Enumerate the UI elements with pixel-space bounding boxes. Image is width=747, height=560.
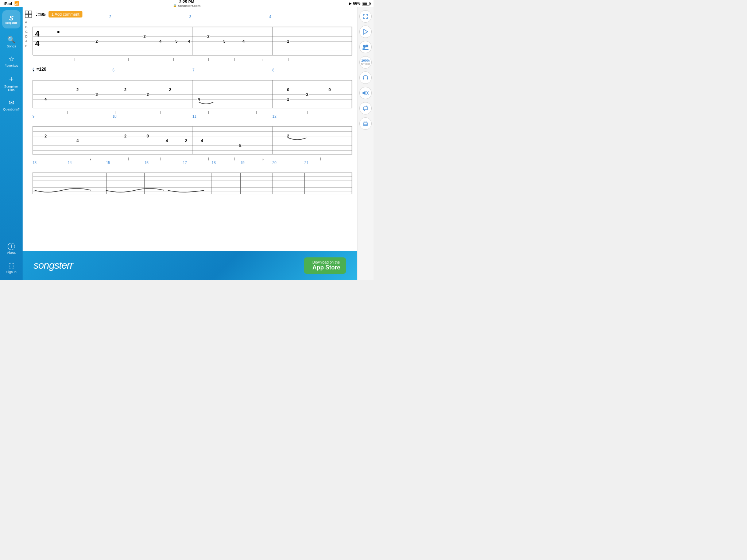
svg-point-7 (363, 45, 366, 48)
svg-point-20 (367, 124, 367, 124)
app-store-label-large: App Store (313, 264, 340, 271)
measure-14: 14 (67, 161, 71, 165)
svg-rect-3 (29, 11, 32, 14)
sidebar-item-songs[interactable]: 🔍 Songs (0, 33, 23, 51)
measure-17: 17 (183, 161, 187, 165)
note-s1-5: 5 (175, 39, 178, 44)
split-view-icon[interactable] (24, 10, 32, 18)
mute-button[interactable] (359, 87, 372, 99)
audio-button[interactable] (359, 71, 372, 84)
note-s2-10: 2 (287, 97, 290, 102)
note-s1-9: 4 (242, 39, 245, 44)
loop-button[interactable] (359, 102, 372, 114)
sidebar-label-questions: Questions? (3, 108, 20, 112)
svg-marker-6 (364, 29, 368, 34)
note-s2-8: 0 (287, 88, 290, 92)
note-s3-7: 4 (201, 139, 204, 143)
note-s1-3: 2 (143, 34, 146, 39)
info-icon: i (8, 243, 15, 250)
note-s2-2: 2 (76, 88, 79, 92)
note-s3-6: 2 (185, 139, 187, 143)
svg-rect-11 (367, 78, 368, 79)
note-s1-2: 2 (95, 39, 98, 44)
sidebar-label-plus: SongsterrPlus (4, 85, 18, 92)
note-s1-1: ■ (57, 30, 60, 34)
ad-banner[interactable]: songsterr Download on the App Store (23, 251, 357, 280)
battery-indicator (362, 2, 370, 5)
sidebar-item-about[interactable]: i About (0, 240, 23, 258)
tie-curve-1 (199, 100, 247, 106)
status-bar: iPad 📶 2:25 PM 🔒 songsterr.com ▶ 66% (0, 0, 374, 7)
tab-grid-3: 2 4 2 0 4 2 4 5 2 (32, 126, 352, 155)
app-logo[interactable]: S songsterr (2, 10, 20, 28)
note-s3-4: 0 (146, 134, 149, 139)
sidebar-label-favorites: Favorites (4, 64, 18, 68)
note-s2-6: 2 (169, 88, 171, 92)
note-s3-2: 4 (76, 139, 79, 143)
svg-marker-12 (363, 91, 365, 95)
note-s3-8: 5 (239, 143, 242, 148)
fullscreen-button[interactable] (359, 10, 372, 23)
beat-row-1: . (32, 56, 352, 61)
measure-5: 5 (32, 68, 35, 72)
sidebar-item-favorites[interactable]: ☆ Favorites (0, 52, 23, 71)
tab-grid-4 (32, 172, 352, 194)
tab-grid-2: 4 2 3 2 2 2 4 0 2 2 0 (32, 80, 352, 108)
measure-num-2: 2 (109, 15, 111, 19)
beat-row-2 (32, 109, 352, 114)
loop-icon (363, 105, 368, 111)
note-s2-1: 4 (44, 97, 47, 102)
tab-section-2: ♩ =126 5 6 7 8 (23, 66, 357, 114)
print-button[interactable] (359, 117, 372, 130)
sidebar-label-signin: Sign In (6, 271, 16, 274)
speed-control[interactable]: 100% SPEED (359, 56, 372, 69)
location-icon: ▶ (349, 1, 352, 5)
right-panel: 100% SPEED (357, 7, 374, 280)
play-button[interactable] (359, 26, 372, 38)
app-store-button[interactable]: Download on the App Store (304, 257, 346, 274)
tab-section-3: 9 10 11 12 (23, 120, 357, 160)
add-comment-button[interactable]: 1 Add comment (49, 11, 82, 18)
sidebar-item-plus[interactable]: + SongsterrPlus (0, 71, 23, 95)
svg-point-8 (366, 45, 368, 47)
speed-button[interactable]: 100% SPEED (359, 56, 372, 69)
note-s2-11: 0 (328, 88, 331, 92)
note-s1-8: 5 (223, 39, 226, 44)
mute-icon (362, 90, 369, 96)
sidebar-label-about: About (7, 251, 16, 255)
search-icon: 🔍 (7, 36, 15, 44)
svg-rect-10 (363, 78, 364, 79)
note-s1-10: 2 (287, 39, 290, 44)
time-display: 2:25 PM (173, 0, 201, 4)
measure-num-4: 4 (269, 15, 271, 19)
svg-rect-4 (25, 15, 28, 18)
community-button[interactable] (359, 41, 372, 53)
measure-12: 12 (272, 114, 276, 118)
wifi-icon: 📶 (14, 1, 19, 6)
sidebar-label-songs: Songs (7, 45, 16, 48)
note-s2-5: 2 (146, 92, 149, 97)
star-icon: ☆ (8, 55, 14, 63)
string-labels-1: e B G D A E (25, 20, 28, 48)
tempo-display: ♩=95 (35, 12, 46, 17)
sidebar-item-questions[interactable]: ✉ Questions? (0, 96, 23, 114)
tab-section-4: 13 14 15 16 17 18 19 20 21 (23, 166, 357, 194)
measure-7: 7 (193, 68, 195, 72)
note-s2-3: 3 (95, 92, 98, 97)
section4-waves (33, 187, 352, 195)
time-sig-top: 4 (35, 30, 39, 38)
play-icon (363, 29, 368, 35)
sidebar: S songsterr 🔍 Songs ☆ Favorites + Songst… (0, 7, 23, 280)
svg-point-9 (363, 48, 365, 49)
measure-13: 13 (32, 161, 36, 165)
tie-curve-2 (288, 136, 346, 141)
ad-logo: songsterr (34, 260, 73, 271)
measure-8: 8 (272, 68, 275, 72)
measure-6: 6 (112, 68, 115, 72)
content-area[interactable]: ♩=95 1 Add comment 2 3 4 e B G (23, 7, 357, 280)
note-s3-3: 2 (124, 134, 127, 139)
note-s3-1: 2 (44, 134, 47, 139)
mail-icon: ✉ (9, 99, 14, 107)
sidebar-item-signin[interactable]: ⬚ Sign In (0, 258, 23, 277)
beat-row-3: . . (32, 155, 352, 160)
